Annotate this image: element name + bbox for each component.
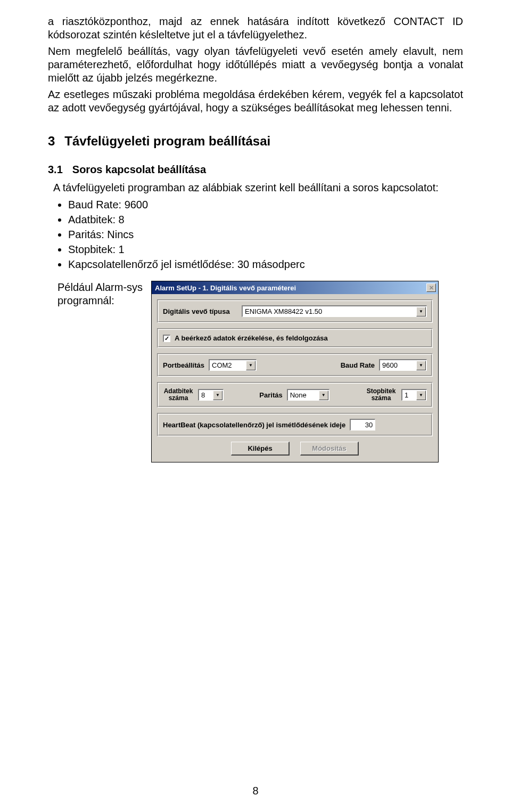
chevron-down-icon: ▼ (246, 361, 256, 370)
databits-dropdown[interactable]: 8 ▼ (198, 389, 224, 401)
exit-button[interactable]: Kilépés (231, 442, 290, 456)
parity-dropdown[interactable]: None ▼ (287, 389, 329, 401)
chevron-down-icon: ▼ (213, 391, 222, 400)
data-processing-group: ✓ A beérkező adatok érzékelése, és feldo… (157, 328, 433, 348)
chevron-down-icon: ▼ (416, 361, 426, 370)
close-icon[interactable]: ✕ (426, 283, 436, 292)
port-dropdown[interactable]: COM2 ▼ (209, 359, 257, 371)
heading-3-1-number: 3.1 (48, 164, 63, 176)
heading-3-title: Távfelügyeleti program beállításai (64, 134, 270, 149)
databits-value: 8 (201, 391, 205, 399)
baud-value: 9600 (382, 361, 398, 369)
chevron-down-icon: ▼ (416, 391, 426, 400)
settings-bullet-list: Baud Rate: 9600 Adatbitek: 8 Paritás: Ni… (68, 198, 463, 271)
heartbeat-label: HeartBeat (kapcsolatellenőrző) jel ismét… (163, 421, 345, 429)
port-baud-group: Portbeállítás COM2 ▼ Baud Rate 9600 ▼ (157, 353, 433, 377)
receiver-type-value: ENIGMA XM88422 v1.50 (245, 307, 322, 315)
dialog-title: Alarm SetUp - 1. Digitális vevő paraméte… (155, 284, 296, 292)
chevron-down-icon: ▼ (319, 391, 328, 400)
heartbeat-group: HeartBeat (kapcsolatellenőrző) jel ismét… (157, 413, 433, 436)
example-label: Például Alarm-sys programnál: (48, 281, 144, 307)
bullet-databits: Adatbitek: 8 (68, 213, 463, 226)
dialog-titlebar[interactable]: Alarm SetUp - 1. Digitális vevő paraméte… (152, 281, 438, 294)
port-value: COM2 (212, 361, 232, 369)
baud-label: Baud Rate (341, 361, 375, 369)
page-number: 8 (0, 785, 511, 797)
bullet-parity: Paritás: Nincs (68, 228, 463, 241)
parity-label: Paritás (259, 391, 282, 399)
databits-label: Adatbitek száma (163, 388, 194, 402)
bullet-baud-rate: Baud Rate: 9600 (68, 198, 463, 212)
stopbits-label: Stopbitek száma (365, 388, 397, 402)
paragraph-3: Az esetleges műszaki probléma megoldása … (48, 88, 463, 115)
heartbeat-value: 30 (365, 421, 373, 429)
chevron-down-icon: ▼ (416, 307, 426, 316)
heartbeat-input[interactable]: 30 (350, 419, 375, 431)
heading-3-number: 3 (48, 134, 55, 149)
heading-3: 3 Távfelügyeleti program beállításai (48, 134, 463, 149)
alarm-setup-dialog: Alarm SetUp - 1. Digitális vevő paraméte… (151, 281, 439, 462)
stopbits-value: 1 (405, 391, 408, 399)
paragraph-1: a riasztóközponthoz, majd az ennek hatás… (48, 15, 463, 42)
heading-3-1-title: Soros kapcsolat beállítása (72, 164, 206, 176)
data-processing-label: A beérkező adatok érzékelése, és feldolg… (175, 334, 328, 342)
parity-value: None (290, 391, 307, 399)
list-intro: A távfelügyeleti programban az alábbiak … (53, 181, 463, 194)
bullet-heartbeat: Kapcsolatellenőrző jel ismétlődése: 30 m… (68, 257, 463, 271)
modify-button[interactable]: Módosítás (300, 442, 359, 456)
receiver-type-group: Digitális vevő típusa ENIGMA XM88422 v1.… (157, 299, 433, 323)
receiver-type-dropdown[interactable]: ENIGMA XM88422 v1.50 ▼ (242, 305, 427, 317)
baud-dropdown[interactable]: 9600 ▼ (379, 359, 427, 371)
data-processing-checkbox[interactable]: ✓ (163, 335, 170, 342)
bits-parity-group: Adatbitek száma 8 ▼ Paritás None ▼ (157, 382, 433, 408)
heading-3-1: 3.1 Soros kapcsolat beállítása (48, 164, 463, 176)
paragraph-2: Nem megfelelő beállítás, vagy olyan távf… (48, 45, 463, 85)
bullet-stopbits: Stopbitek: 1 (68, 242, 463, 256)
stopbits-dropdown[interactable]: 1 ▼ (401, 389, 427, 401)
receiver-type-label: Digitális vevő típusa (163, 307, 237, 315)
port-label: Portbeállítás (163, 361, 204, 369)
